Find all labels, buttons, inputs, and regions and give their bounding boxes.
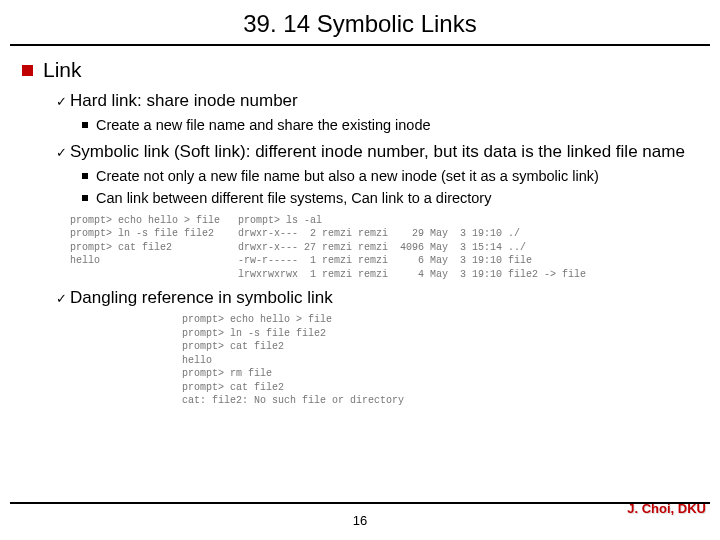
subitem-soft-1: Create not only a new file name but also…: [82, 167, 698, 186]
code-example-softlink: prompt> echo hello > file prompt> ln -s …: [70, 214, 698, 282]
content-area: Link ✓ Hard link: share inode number Cre…: [0, 58, 720, 408]
section-heading: Link: [22, 58, 698, 82]
code-left: prompt> echo hello > file prompt> ln -s …: [70, 214, 220, 282]
subitem-hard-1: Create a new file name and share the exi…: [82, 116, 698, 135]
item-hard-link-text: Hard link: share inode number: [70, 90, 298, 112]
item-dangling-text: Dangling reference in symbolic link: [70, 287, 333, 309]
page-title: 39. 14 Symbolic Links: [0, 0, 720, 44]
item-dangling: ✓ Dangling reference in symbolic link: [56, 287, 698, 309]
square-icon: [82, 122, 88, 128]
code-right: prompt> ls -al drwxr-x--- 2 remzi remzi …: [238, 214, 586, 282]
subitem-soft-2: Can link between different file systems,…: [82, 189, 698, 208]
item-soft-link-text: Symbolic link (Soft link): different ino…: [70, 141, 685, 163]
title-rule: [10, 44, 710, 46]
square-icon: [82, 173, 88, 179]
square-icon: [82, 195, 88, 201]
footer-rule: [10, 502, 710, 504]
section-heading-text: Link: [43, 58, 82, 82]
page-number: 16: [0, 513, 720, 528]
item-hard-link: ✓ Hard link: share inode number: [56, 90, 698, 112]
subitem-soft-1-text: Create not only a new file name but also…: [96, 167, 599, 186]
subitem-hard-1-text: Create a new file name and share the exi…: [96, 116, 431, 135]
item-soft-link: ✓ Symbolic link (Soft link): different i…: [56, 141, 698, 163]
code-dangling: prompt> echo hello > file prompt> ln -s …: [182, 313, 698, 408]
check-icon: ✓: [56, 145, 70, 160]
check-icon: ✓: [56, 94, 70, 109]
square-bullet-icon: [22, 65, 33, 76]
subitem-soft-2-text: Can link between different file systems,…: [96, 189, 491, 208]
author-label: J. Choi, DKU: [627, 501, 706, 516]
check-icon: ✓: [56, 291, 70, 306]
